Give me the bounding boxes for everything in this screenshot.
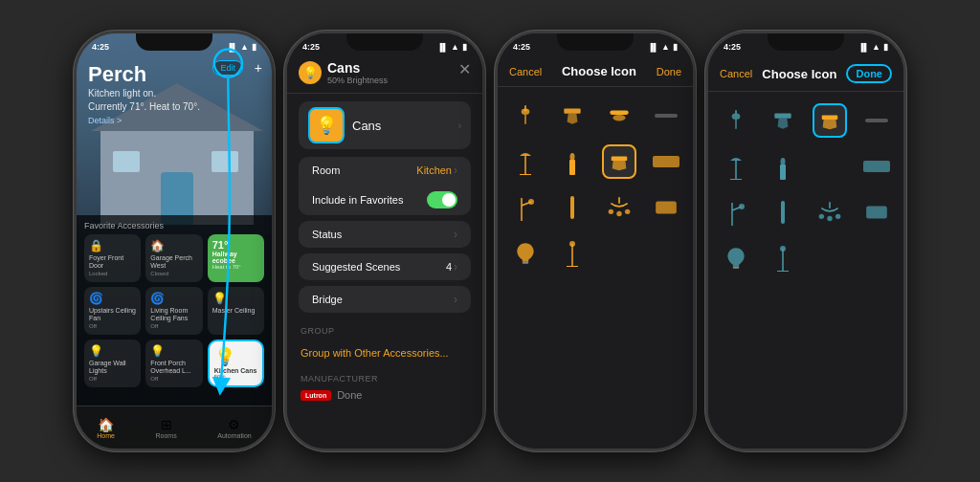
signal-icon-3: ▐▌ (648, 43, 658, 52)
floor-simple-icon (564, 240, 581, 267)
wifi-icon-4: ▲ (872, 42, 880, 52)
icon-line[interactable] (646, 97, 685, 135)
icon-floor-simple-4[interactable] (763, 239, 802, 277)
edit-button[interactable]: Edit (212, 60, 243, 76)
empty-cell-4-2 (857, 239, 896, 277)
svg-point-28 (731, 113, 740, 120)
status-chevron: › (454, 228, 457, 241)
recessed-icon-4 (770, 108, 795, 133)
svg-rect-30 (774, 113, 791, 118)
kitchen-cans-status: 50% (214, 374, 257, 380)
room-row[interactable]: Room Kitchen › (299, 157, 471, 185)
accessory-master[interactable]: 💡 Master Ceiling (208, 287, 264, 335)
bridge-row[interactable]: Bridge › (299, 286, 471, 313)
icon-chandelier[interactable] (599, 188, 638, 227)
tube-icon-4 (778, 199, 788, 226)
icon-tube[interactable] (552, 188, 591, 227)
svg-rect-13 (653, 156, 679, 167)
svg-point-19 (608, 209, 612, 214)
pendant-icon (513, 103, 538, 128)
tab-rooms[interactable]: ⊞ Rooms (156, 417, 177, 439)
status-icons-3: ▐▌ ▲ ▮ (648, 42, 678, 52)
recessed-icon (560, 103, 585, 128)
light-icon-1: 💡 (212, 292, 259, 305)
svg-point-43 (818, 214, 823, 219)
icon-bulb-4[interactable] (716, 239, 755, 277)
favorites-row: Include in Favorites (299, 185, 471, 215)
light-icon-2: 💡 (89, 344, 136, 358)
perch-details[interactable]: Details > (88, 116, 260, 125)
candle-icon (566, 148, 579, 175)
icon-line-4[interactable] (857, 101, 896, 140)
accessory-garage-lights[interactable]: 💡 Garage Wall Lights Off (84, 340, 141, 387)
accessory-foyer[interactable]: 🔒 Foyer Front Door Locked (84, 234, 141, 282)
icon-candle[interactable] (552, 142, 591, 181)
accessory-front-porch[interactable]: 💡 Front Porch Overhead L... Off (145, 340, 202, 387)
icon-wall-rect[interactable] (646, 188, 685, 227)
automation-tab-icon: ⚙ (217, 417, 251, 432)
cans-icon-4 (819, 110, 840, 131)
done-button-4[interactable]: Done (846, 64, 892, 83)
icon-cans-selected-4[interactable] (810, 101, 849, 140)
status-row[interactable]: Status › (299, 221, 471, 248)
icon-rectangle-4[interactable] (857, 147, 896, 186)
accessory-garage-perch[interactable]: 🏠 Garage Perch West Closed (145, 234, 202, 282)
notch-2 (346, 33, 423, 51)
scenes-row[interactable]: Suggested Scenes 4 › (299, 253, 471, 280)
battery-icon-3: ▮ (673, 42, 678, 52)
icon-candle-4[interactable] (763, 147, 802, 186)
device-name-field: Cans (352, 119, 458, 133)
garage-lights-name: Garage Wall Lights (89, 360, 136, 376)
icon-recessed-4[interactable] (763, 101, 802, 140)
group-link-row[interactable]: Group with Other Accessories... (287, 338, 482, 366)
accessory-kitchen-cans[interactable]: 💡 Kitchen Cans 50% (208, 340, 264, 387)
accessory-ecobee[interactable]: 71° Hallway ecobee Heat to 70° (208, 234, 264, 282)
icon-row-3 (505, 188, 685, 227)
scenes-count: 4 (446, 261, 452, 273)
svg-point-40 (739, 204, 745, 209)
notch-4 (768, 33, 844, 51)
icon-recessed[interactable] (552, 97, 591, 135)
icon-arm-lamp-4[interactable] (716, 193, 755, 231)
icon-cans-cell[interactable] (599, 142, 638, 181)
tab-automation[interactable]: ⚙ Automation (217, 417, 251, 439)
icon-chandelier-4[interactable] (810, 193, 849, 231)
cans-header: 💡 Cans 50% Brightness ✕ (287, 56, 482, 94)
floor-lamp-icon-4 (724, 153, 748, 180)
icon-bulb[interactable] (505, 234, 545, 273)
plus-button[interactable]: + (255, 60, 262, 76)
cancel-button-4[interactable]: Cancel (720, 68, 752, 79)
icon-placeholder-4 (810, 147, 849, 186)
cancel-button-3[interactable]: Cancel (509, 66, 542, 77)
icon-wall-rect-4[interactable] (857, 193, 896, 231)
accessory-upstairs-fan[interactable]: 🌀 Upstairs Ceiling Fan Off (84, 287, 141, 335)
icon-floor-lamp[interactable] (505, 142, 545, 181)
tab-home[interactable]: 🏠 Home (97, 417, 115, 439)
candle-icon-4 (776, 153, 790, 180)
settings-group-3: Suggested Scenes 4 › (299, 253, 471, 280)
accessory-lr-fans[interactable]: 🌀 Living Room Ceiling Fans Off (145, 287, 202, 335)
svg-rect-37 (863, 161, 890, 172)
done-button-3[interactable]: Done (657, 66, 681, 77)
cans-bulb: 💡 (299, 61, 322, 84)
icon-rectangle[interactable] (646, 142, 685, 181)
icon-arm-lamp[interactable] (505, 188, 545, 227)
status-icons-1: ▐▌ ▲ ▮ (227, 42, 256, 52)
scenes-chevron: › (454, 260, 457, 274)
icon-floor-simple[interactable] (552, 234, 591, 273)
icon-floor-lamp-4[interactable] (716, 147, 755, 186)
kitchen-cans-icon: 💡 (214, 346, 257, 367)
settings-group-2: Status › (299, 221, 471, 248)
phone2-background: 4:25 ▐▌ ▲ ▮ 💡 Cans 50% Brightness ✕ (287, 33, 482, 449)
icon-flush[interactable] (599, 97, 638, 135)
icon-selector-row[interactable]: 💡 Cans › (299, 101, 471, 149)
icon-pendant-4[interactable] (716, 101, 755, 140)
favorites-toggle[interactable] (427, 191, 457, 208)
tube-icon (568, 194, 577, 221)
icon-pendant[interactable] (505, 97, 545, 135)
group-header: GROUP (287, 318, 482, 338)
svg-rect-17 (570, 196, 574, 219)
icon-tube-4[interactable] (763, 193, 802, 231)
close-button[interactable]: ✕ (458, 60, 471, 78)
svg-point-20 (616, 211, 621, 216)
